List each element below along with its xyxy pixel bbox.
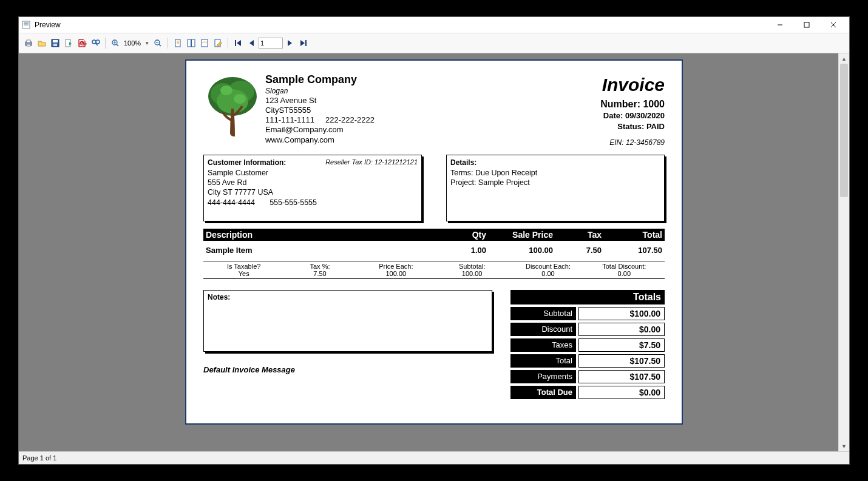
- svg-point-42: [220, 86, 232, 95]
- customer-name: Sample Customer: [208, 168, 418, 178]
- totals-row: Payments$107.50: [510, 370, 665, 383]
- edit-button[interactable]: [212, 37, 224, 49]
- notes-label: Notes:: [208, 293, 230, 301]
- totals-row: Discount$0.00: [510, 323, 665, 336]
- svg-rect-12: [53, 40, 58, 42]
- customer-box-title: Customer Information:: [208, 158, 286, 167]
- pdf-button[interactable]: PDFA: [76, 37, 88, 49]
- zoom-dropdown-caret[interactable]: ▼: [143, 41, 151, 46]
- totals-row: Subtotal$100.00: [510, 307, 665, 320]
- items-table: Description Qty Sale Price Tax Total Sam…: [203, 229, 665, 279]
- svg-rect-5: [804, 22, 809, 27]
- scroll-down-icon[interactable]: ▼: [839, 441, 849, 451]
- svg-point-43: [234, 94, 246, 104]
- company-block: Sample Company Slogan 123 Avenue St City…: [262, 73, 600, 147]
- totals-label: Payments: [510, 370, 576, 383]
- totals-value: $107.50: [578, 370, 665, 383]
- details-terms: Terms: Due Upon Receipt: [450, 168, 660, 178]
- vertical-scrollbar[interactable]: ▲ ▼: [838, 53, 849, 451]
- item-details-row: Is Taxable?Yes Tax %:7.50 Price Each:100…: [203, 261, 665, 279]
- reseller-tax-id: Reseller Tax ID: 12-121212121: [325, 158, 418, 166]
- save-button[interactable]: [49, 37, 61, 49]
- totals-label: Taxes: [510, 338, 576, 352]
- col-price: Sale Price: [486, 230, 553, 240]
- invoice-meta: Invoice Number: 1000 Date: 09/30/2020 St…: [600, 73, 665, 147]
- svg-rect-34: [202, 39, 208, 47]
- svg-rect-13: [53, 44, 57, 46]
- export-button[interactable]: [63, 37, 75, 49]
- layout-facing-button[interactable]: [185, 37, 197, 49]
- details-project: Project: Sample Project: [450, 178, 660, 187]
- item-total: 107.50: [602, 246, 662, 255]
- customer-phones: 444-444-4444 555-555-5555: [208, 198, 418, 207]
- svg-point-20: [96, 40, 100, 44]
- svg-rect-36: [235, 40, 236, 46]
- toolbar: PDFA 100% ▼: [19, 33, 849, 53]
- items-header: Description Qty Sale Price Tax Total: [203, 229, 665, 241]
- company-logo: [203, 73, 262, 140]
- customer-street: 555 Ave Rd: [208, 178, 418, 187]
- totals-label: Subtotal: [510, 307, 576, 320]
- close-button[interactable]: [820, 17, 847, 33]
- totals-value: $7.50: [578, 338, 665, 352]
- document-viewport[interactable]: ▲ ▼: [19, 53, 849, 451]
- item-price: 100.00: [486, 246, 553, 255]
- svg-rect-37: [305, 40, 307, 46]
- totals-row: Total$107.50: [510, 354, 665, 368]
- prev-page-button[interactable]: [245, 37, 257, 49]
- totals-value: $0.00: [578, 323, 665, 336]
- zoom-level[interactable]: 100%: [123, 39, 142, 47]
- invoice-date: Date: 09/30/2020: [600, 110, 665, 121]
- details-box-title: Details:: [450, 158, 476, 167]
- notes-section: Notes: Default Invoice Message: [203, 290, 492, 399]
- minimize-button[interactable]: [767, 17, 793, 33]
- svg-rect-28: [175, 39, 180, 47]
- zoom-out-button[interactable]: [152, 37, 164, 49]
- titlebar: Preview: [19, 17, 849, 33]
- page-indicator: Page 1 of 1: [22, 454, 56, 462]
- customer-box: Customer Information: Reseller Tax ID: 1…: [203, 155, 422, 221]
- col-qty: Qty: [444, 230, 486, 240]
- print-button[interactable]: [22, 37, 35, 49]
- scroll-thumb[interactable]: [840, 64, 848, 197]
- company-phones: 111-111-1111 222-222-2222: [265, 115, 600, 125]
- item-desc: Sample Item: [206, 246, 444, 255]
- col-total: Total: [602, 230, 662, 240]
- app-icon: [21, 20, 31, 30]
- totals-row: Total Due$0.00: [510, 386, 665, 399]
- invoice-number: Number: 1000: [600, 98, 665, 111]
- company-slogan: Slogan: [265, 87, 600, 96]
- svg-line-22: [117, 44, 118, 46]
- col-tax: Tax: [553, 230, 602, 240]
- page-input[interactable]: [259, 38, 283, 49]
- totals-value: $0.00: [578, 386, 665, 399]
- last-page-button[interactable]: [297, 37, 310, 49]
- col-description: Description: [206, 230, 444, 240]
- statusbar: Page 1 of 1: [19, 451, 849, 464]
- open-button[interactable]: [36, 37, 48, 49]
- svg-rect-2: [24, 24, 29, 25]
- invoice-ein: EIN: 12-3456789: [600, 138, 665, 147]
- svg-rect-33: [192, 39, 195, 47]
- window-title: Preview: [35, 21, 61, 29]
- scroll-up-icon[interactable]: ▲: [839, 53, 849, 64]
- layout-single-button[interactable]: [172, 37, 184, 49]
- next-page-button[interactable]: [284, 37, 296, 49]
- customer-city: City ST 77777 USA: [208, 187, 418, 197]
- zoom-in-button[interactable]: [109, 37, 121, 49]
- svg-rect-32: [188, 39, 191, 47]
- svg-line-26: [159, 44, 161, 46]
- totals-label: Total: [510, 354, 576, 368]
- svg-rect-3: [24, 25, 29, 26]
- company-email: Email@Company.com: [265, 125, 600, 135]
- totals-value: $107.50: [578, 354, 665, 368]
- invoice-title: Invoice: [600, 73, 665, 98]
- first-page-button[interactable]: [232, 37, 244, 49]
- company-website: www.Company.com: [265, 135, 600, 145]
- layout-continuous-button[interactable]: [198, 37, 211, 49]
- svg-rect-1: [24, 22, 29, 24]
- svg-rect-10: [27, 44, 30, 46]
- totals-label: Total Due: [510, 386, 576, 399]
- find-button[interactable]: [89, 37, 101, 49]
- maximize-button[interactable]: [793, 17, 820, 33]
